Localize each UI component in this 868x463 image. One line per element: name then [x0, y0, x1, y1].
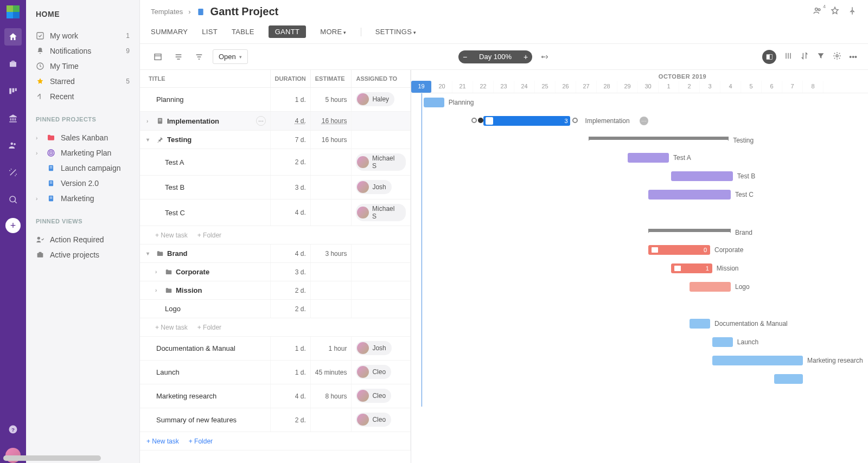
assignee-chip[interactable]: Michael S	[356, 204, 406, 221]
tab-settings[interactable]: SETTINGS▾	[375, 28, 417, 36]
breadcrumb-root[interactable]: Templates	[151, 8, 183, 16]
sidebar-item-notifications[interactable]: Notifications9	[26, 43, 139, 59]
assignee-chip[interactable]: Haley	[356, 92, 394, 106]
new-folder-link[interactable]: + Folder	[197, 232, 221, 239]
gantt-bar[interactable]: Planning	[424, 98, 444, 107]
task-title[interactable]: Brand	[167, 249, 188, 258]
sort-icon[interactable]	[800, 52, 809, 62]
bar-more-icon[interactable]: ⋯	[640, 117, 648, 125]
sidebar-item-recent[interactable]: Recent	[26, 89, 139, 104]
sidebar-item-sales-kanban[interactable]: ›Sales Kanban	[26, 130, 139, 145]
task-title[interactable]: Testing	[167, 136, 192, 144]
gantt-bar[interactable]: Logo	[690, 282, 731, 292]
new-task-link[interactable]: + New task	[146, 438, 179, 445]
view-panel-icon[interactable]	[762, 50, 776, 64]
more-icon[interactable]: •••	[849, 53, 857, 61]
rail-people-icon[interactable]	[4, 137, 22, 154]
task-title[interactable]: Test B	[165, 183, 184, 191]
chevron-right-icon[interactable]: ›	[146, 118, 153, 124]
sidebar-item-active-projects[interactable]: Active projects	[26, 247, 139, 262]
assignee-chip[interactable]: Cleo	[356, 413, 391, 427]
task-title[interactable]: Launch	[156, 368, 180, 376]
gantt-bar[interactable]: Documentation & Manual	[690, 319, 710, 329]
new-folder-link[interactable]: + Folder	[197, 324, 221, 331]
tab-gantt[interactable]: GANTT	[269, 25, 307, 38]
sidebar-item-my-work[interactable]: My work1	[26, 28, 139, 43]
task-title[interactable]: Mission	[176, 286, 202, 294]
rail-board-icon[interactable]	[4, 82, 22, 100]
settings-gear-icon[interactable]	[833, 52, 841, 62]
new-folder-link[interactable]: + Folder	[189, 438, 213, 445]
chevron-right-icon[interactable]: ›	[155, 287, 162, 293]
gantt-bar[interactable]: Marketing research	[712, 356, 803, 365]
chevron-down-icon[interactable]: ▾	[146, 137, 153, 143]
gantt-bar[interactable]: Brand	[648, 229, 731, 233]
assignee-chip[interactable]: Cleo	[356, 389, 391, 403]
svg-text:?: ?	[11, 427, 15, 433]
chevron-right-icon[interactable]: ›	[155, 269, 162, 275]
gantt-bar[interactable]: 3Implementation	[483, 116, 570, 126]
task-title[interactable]: Implementation	[167, 117, 219, 125]
zoom-in-button[interactable]: +	[519, 50, 532, 63]
rail-magic-icon[interactable]	[4, 164, 22, 181]
task-title[interactable]: Test A	[165, 158, 184, 166]
sidebar-item-version-2.0[interactable]: Version 2.0	[26, 176, 139, 191]
check-icon	[36, 31, 44, 40]
tab-table[interactable]: TABLE	[232, 28, 254, 36]
task-title[interactable]: Planning	[156, 95, 184, 104]
task-title[interactable]: Marketing research	[156, 392, 216, 400]
task-title[interactable]: Documentation & Manual	[156, 344, 235, 352]
timeline-day: 25	[535, 81, 556, 93]
new-task-link[interactable]: + New task	[155, 232, 188, 239]
svg-rect-29	[770, 54, 773, 59]
task-title[interactable]: Corporate	[176, 268, 209, 276]
sidebar-item-starred[interactable]: Starred5	[26, 74, 139, 89]
share-users-icon[interactable]: 4	[813, 6, 822, 17]
rail-bank-icon[interactable]	[4, 110, 22, 127]
filter-icon[interactable]	[816, 52, 825, 62]
gantt-bar[interactable]: Testing	[589, 137, 729, 141]
collapse-icon[interactable]	[171, 50, 186, 64]
zoom-out-button[interactable]: −	[458, 50, 471, 63]
assignee-chip[interactable]: Josh	[356, 180, 391, 194]
rail-add-button[interactable]: +	[5, 218, 21, 233]
fit-icon[interactable]	[538, 50, 552, 64]
gantt-bar[interactable]: Test C	[648, 190, 731, 200]
top-actions: 4	[813, 6, 857, 17]
rail-home-icon[interactable]	[4, 28, 22, 46]
gantt-bar[interactable]: Test A	[628, 153, 669, 163]
sidebar-item-launch-campaign[interactable]: Launch campaign	[26, 160, 139, 176]
row-more-icon[interactable]: ⋯	[256, 116, 266, 126]
pin-icon[interactable]	[847, 6, 857, 17]
filter-lines-icon[interactable]	[192, 50, 206, 64]
assignee-chip[interactable]: Michael S	[356, 153, 406, 171]
sidebar-item-marketing-plan[interactable]: ›Marketing Plan	[26, 145, 139, 160]
star-icon[interactable]	[830, 6, 840, 17]
layout-icon[interactable]	[151, 50, 165, 64]
tab-more[interactable]: MORE▾	[320, 28, 347, 36]
gantt-bar[interactable]: 1Mission	[671, 263, 712, 273]
rail-help-icon[interactable]: ?	[4, 421, 22, 438]
task-title[interactable]: Test C	[165, 209, 185, 217]
task-title[interactable]: Logo	[165, 305, 181, 313]
gantt-bar[interactable]: Launch	[712, 337, 733, 347]
task-title[interactable]: Summary of new features	[156, 416, 237, 424]
chevron-down-icon[interactable]: ▾	[146, 250, 153, 256]
sidebar-item-marketing[interactable]: ›Marketing	[26, 191, 139, 206]
assignee-chip[interactable]: Cleo	[356, 365, 391, 379]
sidebar-item-my-time[interactable]: My Time	[26, 59, 139, 74]
gantt-bar[interactable]: 0Corporate	[648, 245, 710, 255]
columns-icon[interactable]	[784, 52, 793, 62]
gantt-bar[interactable]	[774, 374, 803, 384]
rail-briefcase-icon[interactable]	[4, 55, 22, 73]
timeline-day: 24	[514, 81, 535, 93]
assignee-chip[interactable]: Josh	[356, 341, 391, 355]
gantt-bar[interactable]: Test B	[671, 171, 733, 181]
rail-search-icon[interactable]	[4, 191, 22, 208]
sidebar-item-action-required[interactable]: Action Required	[26, 232, 139, 247]
open-dropdown[interactable]: Open▾	[213, 49, 248, 64]
tab-list[interactable]: LIST	[202, 28, 218, 36]
tab-summary[interactable]: SUMMARY	[151, 28, 188, 36]
new-task-link[interactable]: + New task	[155, 324, 188, 331]
gantt-timeline[interactable]: OCTOBER 2019 192021222324252627282930123…	[411, 70, 868, 463]
